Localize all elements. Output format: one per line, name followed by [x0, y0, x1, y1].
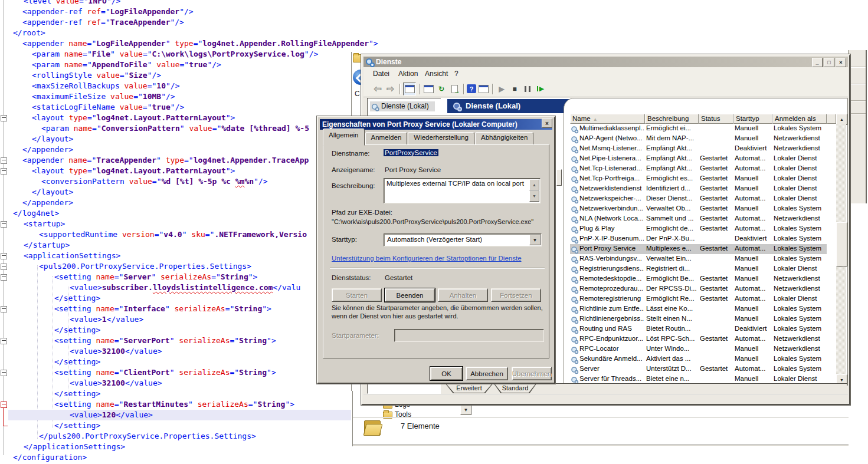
services-titlebar[interactable]: Dienste _□×: [363, 57, 848, 67]
column-header-name[interactable]: Name▲: [570, 114, 645, 124]
table-row[interactable]: RPC-LocatorUnter Windo...ManuellNetzwerk…: [570, 344, 827, 354]
properties-icon[interactable]: [422, 83, 434, 95]
help-icon[interactable]: ?: [467, 84, 476, 93]
forward-icon[interactable]: ⇨: [385, 83, 397, 95]
scrollbar-thumb[interactable]: [836, 222, 847, 266]
service-gear-icon: [571, 146, 577, 152]
code-line: </log4net>: [13, 208, 59, 219]
view-tab-erweitert[interactable]: Erweitert: [446, 384, 493, 393]
column-header-anmeldenals[interactable]: Anmelden als: [772, 114, 827, 124]
services-statusbar: [363, 394, 848, 402]
fold-marker-icon[interactable]: [1, 157, 7, 164]
fold-marker-icon[interactable]: [1, 264, 7, 270]
table-row[interactable]: Remotedesktopdie...Ermöglicht Be...Gesta…: [570, 274, 827, 284]
table-row[interactable]: Registrierungsdiens...Registriert di...M…: [570, 264, 827, 274]
restart-service-icon[interactable]: ▶: [535, 83, 546, 95]
fold-marker-icon[interactable]: [1, 274, 7, 281]
table-row[interactable]: Net.Tcp-Portfreiga...Ermöglicht es...Ges…: [570, 174, 827, 184]
fold-marker-red-icon[interactable]: [1, 402, 7, 408]
column-header-beschreibung[interactable]: Beschreibung: [645, 114, 699, 124]
fold-marker-icon[interactable]: [1, 115, 7, 121]
column-header-starttyp[interactable]: Starttyp: [733, 114, 772, 124]
table-row[interactable]: RemoteregistrierungErmöglicht Re...Gesta…: [570, 294, 827, 304]
stop-service-icon[interactable]: ■: [509, 83, 520, 95]
description-field[interactable]: Multiplexes external TCP/IP data on loca…: [384, 178, 541, 203]
start-service-icon[interactable]: ▶: [496, 83, 507, 95]
table-row[interactable]: Netzwerkverbindun...Verwaltet Ob...Gesta…: [570, 204, 827, 214]
chevron-down-icon[interactable]: ▼: [529, 235, 541, 245]
maximize-button[interactable]: □: [824, 58, 834, 67]
table-row[interactable]: NLA (Network Loca...Sammelt und ...Gesta…: [570, 214, 827, 224]
stop-button[interactable]: Beenden: [385, 288, 435, 302]
menu-datei[interactable]: Datei: [373, 70, 389, 78]
dialog-tabs: AllgemeinAnmeldenWiederherstellungAbhäng…: [323, 131, 534, 146]
table-row[interactable]: Routing und RASBietet Routin...Deaktivie…: [570, 324, 827, 334]
tab-abhangigkeiten[interactable]: Abhängigkeiten: [475, 132, 533, 146]
tab-allgemein[interactable]: Allgemein: [323, 129, 365, 146]
close-button[interactable]: ×: [836, 58, 846, 67]
start-button[interactable]: Starten: [332, 288, 382, 302]
pause-service-icon[interactable]: [522, 83, 533, 95]
table-row[interactable]: Plug & PlayErmöglicht de...GestartetAuto…: [570, 224, 827, 234]
view-tab-standard[interactable]: Standard: [494, 384, 536, 393]
menu-ansicht[interactable]: Ansicht: [425, 70, 448, 78]
table-row[interactable]: ServerUnterstützt D...GestartetAutomat..…: [570, 364, 827, 374]
table-row[interactable]: Multimediaklassenpl...Ermöglicht ei...Ma…: [570, 124, 827, 134]
gear-icon: [372, 104, 378, 110]
fold-marker-icon[interactable]: [1, 253, 7, 259]
scroll-down-icon[interactable]: ▼: [529, 190, 539, 202]
code-line: <setting name="ServerPort" serializeAs="…: [54, 335, 276, 346]
tree-item-dienste-lokal[interactable]: Dienste (Lokal): [370, 101, 435, 111]
code-line: </setting>: [54, 293, 100, 304]
startup-options-help-link[interactable]: Unterstützung beim Konfigurieren der Sta…: [332, 255, 522, 262]
table-row[interactable]: Net.Tcp-Listenerad...Empfängt Akt...Gest…: [570, 164, 827, 174]
fold-marker-icon[interactable]: [1, 306, 7, 312]
table-row[interactable]: RPC-Endpunktzuor...Löst RPC-Sch...Gestar…: [570, 334, 827, 344]
table-row[interactable]: RAS-Verbindungsv...Verwaltet Ein...Manue…: [570, 254, 827, 264]
table-row[interactable]: NetzwerklistendienstIdentifiziert d...Ge…: [570, 184, 827, 194]
table-row[interactable]: Net.Msmq-Listener...Empfängt Akt...Deakt…: [570, 144, 827, 154]
table-row[interactable]: NAP-Agent (Netwo...Mit dem NAP-...Manuel…: [570, 134, 827, 144]
resume-button[interactable]: Fortsetzen: [491, 288, 541, 302]
start-type-select[interactable]: Automatisch (Verzögerter Start) ▼: [384, 233, 542, 246]
service-gear-icon: [571, 377, 577, 383]
minimize-button[interactable]: _: [812, 58, 823, 67]
fold-marker-icon[interactable]: [1, 370, 7, 376]
table-row[interactable]: Richtlinienergebniss...Stellt einen N...…: [570, 314, 827, 324]
startparams-info-line1: Sie können die Startparameter angeben, d…: [332, 304, 543, 311]
ok-button[interactable]: OK: [430, 367, 463, 380]
apply-button[interactable]: Übernehmen: [512, 367, 552, 380]
scroll-up-icon[interactable]: ▲: [529, 179, 539, 190]
pane-scrollbar-fragment[interactable]: [556, 169, 562, 186]
fold-marker-icon[interactable]: [1, 338, 7, 344]
menu-hilfe[interactable]: ?: [454, 70, 458, 78]
fold-marker-icon[interactable]: [1, 168, 7, 175]
list-view-tabbar: ErweitertStandard: [441, 383, 847, 394]
tab-anmelden[interactable]: Anmelden: [365, 132, 408, 146]
table-row[interactable]: Remoteprozedurau...Der RPCSS-Di...Gestar…: [570, 284, 827, 294]
show-console-tree-icon[interactable]: [403, 83, 416, 96]
refresh-icon[interactable]: ↻: [435, 83, 447, 95]
dialog-close-icon[interactable]: ×: [542, 119, 552, 128]
table-row[interactable]: Port Proxy ServiceMultiplexes e...Gestar…: [570, 244, 827, 254]
explorer-dropdown-icon[interactable]: ▼: [460, 404, 471, 415]
fold-marker-icon[interactable]: [1, 221, 7, 228]
table-row[interactable]: Net.Pipe-Listenera...Empfängt Akt...Gest…: [570, 154, 827, 164]
help-window-icon[interactable]: [477, 83, 489, 95]
table-row[interactable]: Richtlinie zum Entfe...Lässt eine Ko...M…: [570, 304, 827, 314]
menu-aktion[interactable]: Aktion: [398, 70, 418, 78]
code-line: </root>: [13, 28, 45, 38]
service-name-value[interactable]: PortProxyService: [384, 149, 438, 156]
divider: [330, 268, 545, 269]
table-row[interactable]: Netzwerkspeicher-...Dieser Dienst...Gest…: [570, 194, 827, 204]
startparams-input[interactable]: [394, 329, 544, 342]
table-row[interactable]: PnP-X-IP-Busenum...Der PnP-X-Bu...Deakti…: [570, 234, 827, 244]
table-row[interactable]: Sekundäre Anmeld...Aktiviert das ...Manu…: [570, 354, 827, 364]
back-icon[interactable]: ⇦: [372, 83, 384, 95]
cancel-button[interactable]: Abbrechen: [466, 367, 508, 380]
export-list-icon[interactable]: →: [448, 83, 460, 95]
explorer-back-icon[interactable]: [353, 70, 362, 85]
column-header-status[interactable]: Status: [699, 114, 733, 124]
pause-button[interactable]: Anhalten: [438, 288, 488, 302]
tab-wiederherstellung[interactable]: Wiederherstellung: [408, 132, 474, 146]
